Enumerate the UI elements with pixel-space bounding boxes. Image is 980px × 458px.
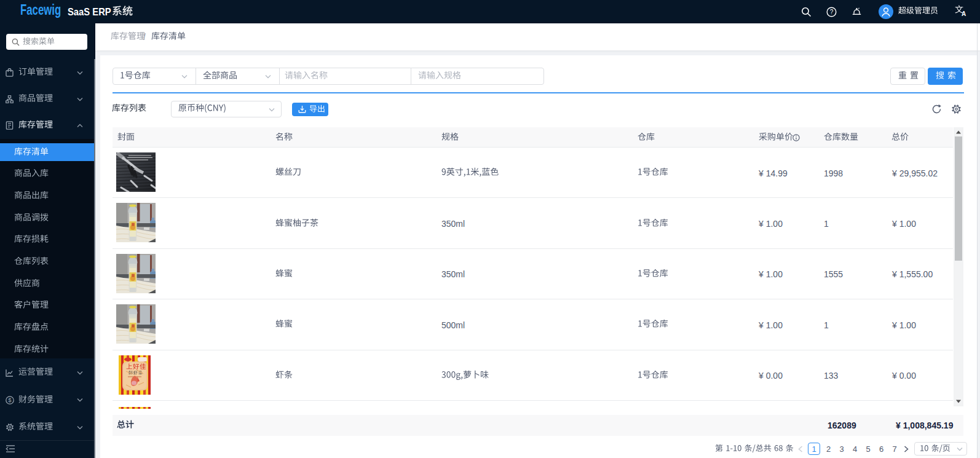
svg-text:$: $ [8,397,12,403]
svg-text:?: ? [830,9,834,15]
